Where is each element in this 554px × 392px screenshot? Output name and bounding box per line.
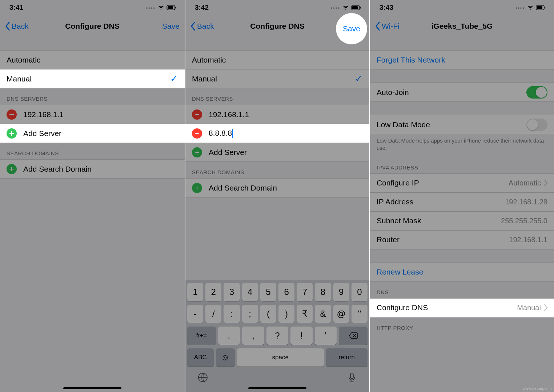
add-server-button[interactable]: Add Server — [185, 143, 369, 162]
back-button[interactable]: Wi-Fi — [375, 22, 400, 31]
configure-ip-row[interactable]: Configure IP Automatic — [370, 174, 554, 193]
add-icon — [192, 183, 202, 193]
screen-wifi-details: 3:43 •••• Wi-Fi iGeeks_Tube_5G Forget Th… — [369, 0, 554, 392]
mic-icon[interactable] — [346, 372, 357, 384]
dns-server-value: 192.168.1.1 — [209, 110, 363, 119]
battery-icon — [166, 5, 177, 10]
svg-rect-1 — [168, 6, 173, 9]
key-char[interactable]: / — [205, 305, 221, 323]
low-data-mode-switch[interactable] — [526, 119, 547, 131]
chevron-left-icon — [5, 22, 10, 31]
key-char[interactable]: ( — [260, 305, 276, 323]
key-4[interactable]: 4 — [242, 283, 258, 301]
remove-icon[interactable] — [192, 128, 202, 139]
dns-server-row[interactable]: 192.168.1.1 — [185, 105, 369, 124]
status-time: 3:41 — [9, 4, 23, 12]
svg-rect-7 — [350, 373, 353, 379]
key-8[interactable]: 8 — [315, 283, 331, 301]
auto-join-switch[interactable] — [526, 86, 547, 99]
globe-icon[interactable] — [197, 372, 208, 384]
key-space[interactable]: space — [237, 348, 324, 367]
status-bar: 3:42 •••• — [185, 0, 369, 15]
key-exclamation[interactable]: ! — [290, 327, 313, 345]
key-apostrophe[interactable]: ' — [315, 327, 337, 345]
option-manual[interactable]: Manual ✓ — [185, 69, 369, 88]
remove-icon[interactable] — [7, 109, 17, 120]
add-icon — [192, 147, 202, 157]
watermark: www.deuaq.com — [523, 387, 552, 391]
section-dns-servers: DNS SERVERS — [0, 88, 185, 105]
key-backspace[interactable] — [339, 327, 368, 345]
key-2[interactable]: 2 — [205, 283, 221, 301]
key-6[interactable]: 6 — [278, 283, 294, 301]
key-abc[interactable]: ABC — [187, 348, 214, 367]
add-server-label: Add Server — [23, 129, 178, 138]
back-button[interactable]: Back — [190, 22, 214, 31]
checkmark-icon: ✓ — [355, 73, 363, 84]
battery-icon — [351, 5, 361, 10]
text-cursor — [232, 129, 233, 138]
forget-network-label: Forget This Network — [377, 56, 547, 64]
wifi-icon — [158, 5, 164, 10]
add-search-domain-button[interactable]: Add Search Domain — [185, 179, 369, 197]
option-automatic[interactable]: Automatic — [0, 51, 185, 69]
low-data-mode-label: Low Data Mode — [377, 120, 526, 129]
keyboard[interactable]: 1234567890 -/:;()₹&@" #+= . , ? ! ' ABC … — [185, 280, 369, 392]
low-data-mode-row: Low Data Mode — [370, 115, 554, 134]
dns-server-row[interactable]: 192.168.1.1 — [0, 105, 185, 124]
low-data-mode-description: Low Data Mode helps apps on your iPhone … — [370, 134, 554, 157]
battery-icon — [536, 5, 546, 10]
home-indicator[interactable] — [248, 387, 306, 389]
back-button[interactable]: Back — [5, 22, 29, 31]
save-button-highlight[interactable]: Save — [336, 13, 367, 44]
ip-address-label: IP Address — [377, 197, 505, 206]
key-7[interactable]: 7 — [297, 283, 313, 301]
key-3[interactable]: 3 — [224, 283, 240, 301]
key-char[interactable]: - — [187, 305, 203, 323]
key-char[interactable]: ; — [242, 305, 258, 323]
home-indicator[interactable] — [63, 387, 121, 389]
auto-join-row: Auto-Join — [370, 83, 554, 102]
key-char[interactable]: : — [224, 305, 240, 323]
chevron-left-icon — [375, 22, 380, 31]
key-comma[interactable]: , — [242, 327, 264, 345]
add-search-domain-label: Add Search Domain — [23, 165, 178, 173]
key-char[interactable]: ) — [278, 305, 294, 323]
key-period[interactable]: . — [218, 327, 240, 345]
renew-lease-button[interactable]: Renew Lease — [370, 263, 554, 282]
nav-bar: Back Configure DNS Save — [0, 15, 185, 37]
forget-network-button[interactable]: Forget This Network — [370, 51, 554, 69]
dns-server-value: 192.168.1.1 — [23, 110, 178, 119]
dns-server-input[interactable]: 8.8.8.8 — [209, 129, 363, 138]
ip-address-row: IP Address 192.168.1.28 — [370, 193, 554, 212]
key-0[interactable]: 0 — [352, 283, 368, 301]
save-button[interactable]: Save — [161, 22, 180, 31]
ip-address-value: 192.168.1.28 — [505, 198, 547, 206]
status-time: 3:42 — [195, 4, 209, 12]
section-dns-servers: DNS SERVERS — [185, 88, 369, 105]
add-server-button[interactable]: Add Server — [0, 124, 185, 143]
router-value: 192.168.1.1 — [509, 236, 547, 244]
key-1[interactable]: 1 — [187, 283, 203, 301]
option-manual[interactable]: Manual ✓ — [0, 69, 185, 88]
add-search-domain-button[interactable]: Add Search Domain — [0, 160, 185, 179]
remove-icon[interactable] — [192, 109, 202, 120]
configure-dns-row[interactable]: Configure DNS Manual — [370, 299, 554, 317]
key-char[interactable]: & — [315, 305, 331, 323]
section-search-domains: SEARCH DOMAINS — [0, 143, 185, 159]
configure-dns-value: Manual — [517, 304, 541, 312]
key-9[interactable]: 9 — [333, 283, 349, 301]
key-emoji[interactable]: ☺ — [216, 348, 235, 367]
key-char[interactable]: @ — [333, 305, 349, 323]
svg-rect-9 — [537, 6, 542, 9]
option-automatic[interactable]: Automatic — [185, 51, 369, 69]
back-label: Back — [197, 22, 214, 31]
dns-server-input-row[interactable]: 8.8.8.8 — [185, 124, 369, 143]
add-icon — [7, 164, 17, 174]
key-question[interactable]: ? — [266, 327, 289, 345]
key-return[interactable]: return — [326, 348, 368, 367]
key-char[interactable]: ₹ — [297, 305, 313, 323]
key-char[interactable]: " — [352, 305, 368, 323]
key-symbols[interactable]: #+= — [187, 327, 216, 345]
key-5[interactable]: 5 — [260, 283, 276, 301]
